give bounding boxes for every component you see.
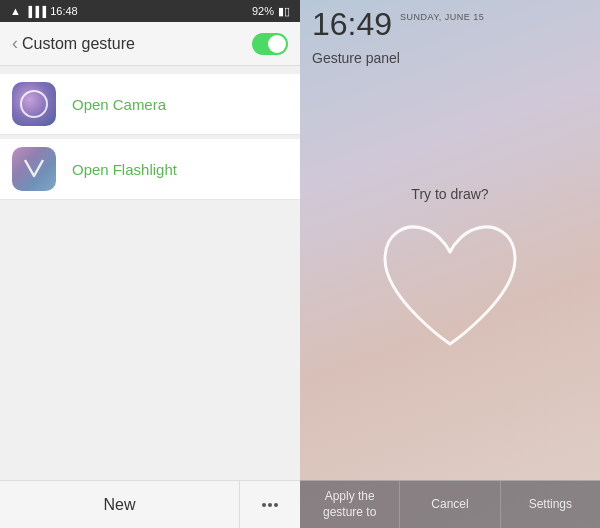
flashlight-gesture-text: OpenFlashlight — [68, 161, 177, 178]
toggle-switch[interactable] — [252, 33, 288, 55]
status-bar: ▲ ▐▐▐ 16:48 92% ▮▯ — [0, 0, 300, 22]
left-panel: ▲ ▐▐▐ 16:48 92% ▮▯ ‹ Custom gesture Open… — [0, 0, 300, 528]
status-left: ▲ ▐▐▐ 16:48 — [10, 5, 78, 17]
dot-icon-2 — [268, 503, 272, 507]
right-date-info: SUNDAY, JUNE 15 — [400, 8, 484, 22]
bottom-bar: New — [0, 480, 300, 528]
heart-drawing — [370, 214, 530, 364]
back-button[interactable]: ‹ Custom gesture — [12, 33, 135, 54]
gesture-item-camera[interactable]: OpenCamera — [0, 74, 300, 135]
cancel-button[interactable]: Cancel — [400, 481, 500, 528]
nav-bar: ‹ Custom gesture — [0, 22, 300, 66]
gesture-draw-area: Try to draw? — [300, 70, 600, 480]
back-chevron-icon: ‹ — [12, 33, 18, 54]
dot-icon-1 — [262, 503, 266, 507]
gesture-item-flashlight[interactable]: OpenFlashlight — [0, 139, 300, 200]
status-time: 16:48 — [50, 5, 78, 17]
v-shape-icon — [21, 156, 47, 182]
right-time: 16:49 — [312, 8, 392, 40]
new-button[interactable]: New — [0, 481, 240, 528]
more-button[interactable] — [240, 481, 300, 528]
camera-gesture-text: OpenCamera — [68, 96, 166, 113]
nav-title: Custom gesture — [22, 35, 135, 53]
right-day-label: SUNDAY, JUNE 15 — [400, 12, 484, 22]
right-panel: 16:49 SUNDAY, JUNE 15 Gesture panel Try … — [300, 0, 600, 528]
status-right: 92% ▮▯ — [252, 5, 290, 18]
gesture-list: OpenCamera OpenFlashlight — [0, 66, 300, 480]
wifi-icon: ▲ — [10, 5, 21, 17]
camera-app-icon — [12, 82, 56, 126]
signal-icon: ▐▐▐ — [25, 6, 46, 17]
dot-icon-3 — [274, 503, 278, 507]
settings-button[interactable]: Settings — [501, 481, 600, 528]
flashlight-app-icon — [12, 147, 56, 191]
apply-gesture-button[interactable]: Apply the gesture to — [300, 481, 400, 528]
right-action-bar: Apply the gesture to Cancel Settings — [300, 480, 600, 528]
camera-circle-icon — [20, 90, 48, 118]
try-draw-text: Try to draw? — [411, 186, 488, 202]
battery-percent: 92% — [252, 5, 274, 17]
right-status-bar: 16:49 SUNDAY, JUNE 15 — [300, 0, 600, 44]
heart-svg — [370, 214, 530, 364]
gesture-panel-label: Gesture panel — [300, 44, 600, 70]
battery-icon: ▮▯ — [278, 5, 290, 18]
